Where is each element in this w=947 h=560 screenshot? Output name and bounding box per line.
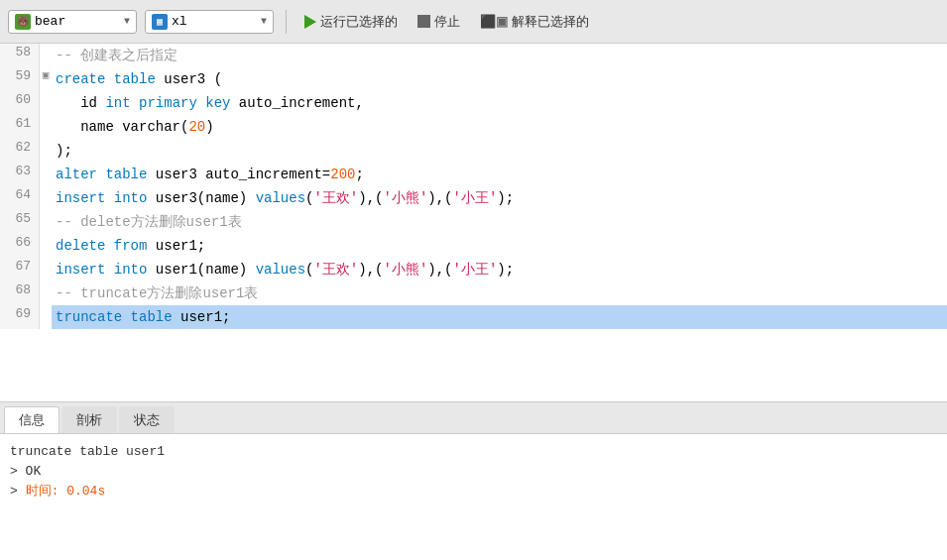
line-content: name varchar(20) [52, 115, 947, 139]
line-content: insert into user3(name) values('王欢'),('小… [52, 186, 947, 210]
table-row: 68 -- truncate方法删除user1表 [0, 281, 947, 305]
tab-profile[interactable]: 剖析 [61, 406, 117, 433]
line-number: 58 [0, 44, 40, 67]
stop-icon [417, 15, 430, 28]
table-row: 59 ▣ create table user3 ( [0, 67, 947, 91]
fold-icon [40, 44, 52, 67]
editor-wrapper: 🐻 bear ▼ ▦ xl ▼ 运行已选择的 停止 ⬛▣ 解释已选择的 58 [0, 0, 947, 560]
line-content: create table user3 ( [52, 67, 947, 91]
stop-button[interactable]: 停止 [412, 11, 466, 33]
db2-icon: ▦ [152, 14, 168, 30]
fold-icon [40, 91, 52, 115]
db2-selector[interactable]: ▦ xl ▼ [145, 10, 274, 34]
ok-prompt: > OK [10, 464, 41, 479]
panel-line3: > 时间: 0.04s [10, 482, 937, 502]
explain-label: 解释已选择的 [512, 13, 589, 31]
tab-info[interactable]: 信息 [4, 406, 59, 433]
line-content: -- truncate方法删除user1表 [52, 281, 947, 305]
line-number: 62 [0, 139, 40, 163]
line-content: ); [52, 139, 947, 163]
line-number: 65 [0, 210, 40, 234]
line-number: 61 [0, 115, 40, 139]
line-content: truncate table user1; [52, 305, 947, 329]
table-row: 65 -- delete方法删除user1表 [0, 210, 947, 234]
stop-label: 停止 [434, 13, 460, 31]
line-number: 63 [0, 163, 40, 186]
panel-content: truncate table user1 > OK > 时间: 0.04s [0, 434, 947, 509]
run-button[interactable]: 运行已选择的 [298, 11, 404, 33]
table-row: 60 id int primary key auto_increment, [0, 91, 947, 115]
time-value: 时间: 0.04s [26, 484, 106, 499]
line-content: insert into user1(name) values('王欢'),('小… [52, 258, 947, 281]
line-number: 59 [0, 67, 40, 91]
db1-name: bear [35, 14, 120, 29]
db2-name: xl [172, 14, 257, 29]
db1-icon: 🐻 [15, 14, 31, 30]
line-number: 69 [0, 305, 40, 329]
line-content: delete from user1; [52, 234, 947, 258]
explain-button[interactable]: ⬛▣ 解释已选择的 [474, 11, 595, 33]
table-row: 61 name varchar(20) [0, 115, 947, 139]
line-content: -- delete方法删除user1表 [52, 210, 947, 234]
line-content: -- 创建表之后指定 [52, 44, 947, 67]
code-editor[interactable]: 58 -- 创建表之后指定 59 ▣ create table user3 ( … [0, 44, 947, 401]
explain-icon: ⬛▣ [480, 14, 508, 29]
line-content: alter table user3 auto_increment=200; [52, 163, 947, 186]
fold-icon [40, 281, 52, 305]
bottom-panel: 信息 剖析 状态 truncate table user1 > OK > 时间:… [0, 401, 947, 560]
table-row: 62 ); [0, 139, 947, 163]
fold-icon[interactable]: ▣ [40, 67, 52, 91]
fold-icon [40, 305, 52, 329]
table-row: 63 alter table user3 auto_increment=200; [0, 163, 947, 186]
run-icon [304, 15, 316, 29]
line-content: id int primary key auto_increment, [52, 91, 947, 115]
fold-icon [40, 186, 52, 210]
line-number: 60 [0, 91, 40, 115]
table-row: 58 -- 创建表之后指定 [0, 44, 947, 67]
fold-icon [40, 258, 52, 281]
db1-selector[interactable]: 🐻 bear ▼ [8, 10, 137, 34]
table-row: 66 delete from user1; [0, 234, 947, 258]
line-number: 66 [0, 234, 40, 258]
table-row: 64 insert into user3(name) values('王欢'),… [0, 186, 947, 210]
code-lines: 58 -- 创建表之后指定 59 ▣ create table user3 ( … [0, 44, 947, 329]
fold-icon [40, 139, 52, 163]
fold-icon [40, 163, 52, 186]
fold-icon [40, 210, 52, 234]
toolbar-divider [286, 10, 287, 34]
panel-line2: > OK [10, 462, 937, 482]
table-row: 69 truncate table user1; [0, 305, 947, 329]
db1-arrow-icon: ▼ [124, 16, 130, 27]
panel-line1: truncate table user1 [10, 442, 937, 462]
toolbar: 🐻 bear ▼ ▦ xl ▼ 运行已选择的 停止 ⬛▣ 解释已选择的 [0, 0, 947, 44]
db2-arrow-icon: ▼ [261, 16, 267, 27]
panel-tabs: 信息 剖析 状态 [0, 402, 947, 434]
line-number: 64 [0, 186, 40, 210]
run-label: 运行已选择的 [320, 13, 398, 31]
line-number: 68 [0, 281, 40, 305]
time-prompt: > [10, 484, 26, 499]
fold-icon [40, 115, 52, 139]
fold-icon [40, 234, 52, 258]
table-row: 67 insert into user1(name) values('王欢'),… [0, 258, 947, 281]
tab-status[interactable]: 状态 [119, 406, 175, 433]
line-number: 67 [0, 258, 40, 281]
